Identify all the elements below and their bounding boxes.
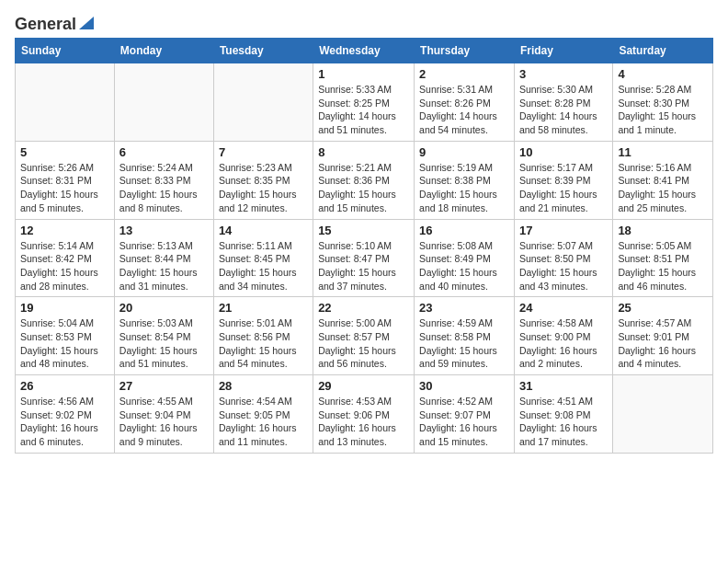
day-number: 19	[20, 301, 109, 315]
calendar-day-13: 13Sunrise: 5:13 AMSunset: 8:44 PMDayligh…	[114, 219, 213, 297]
calendar-empty-cell	[114, 63, 213, 142]
day-info: Sunrise: 4:55 AMSunset: 9:04 PMDaylight:…	[119, 395, 209, 449]
calendar-week-row: 5Sunrise: 5:26 AMSunset: 8:31 PMDaylight…	[16, 141, 713, 219]
day-info: Sunrise: 4:52 AMSunset: 9:07 PMDaylight:…	[419, 395, 509, 449]
day-number: 5	[20, 145, 109, 159]
calendar-day-11: 11Sunrise: 5:16 AMSunset: 8:41 PMDayligh…	[613, 141, 713, 219]
day-info: Sunrise: 4:54 AMSunset: 9:05 PMDaylight:…	[219, 395, 308, 449]
calendar-day-10: 10Sunrise: 5:17 AMSunset: 8:39 PMDayligh…	[514, 141, 612, 219]
day-info: Sunrise: 5:14 AMSunset: 8:42 PMDaylight:…	[20, 239, 109, 293]
day-number: 23	[419, 301, 509, 315]
day-number: 2	[419, 67, 509, 81]
calendar-day-4: 4Sunrise: 5:28 AMSunset: 8:30 PMDaylight…	[613, 63, 713, 142]
calendar-table: SundayMondayTuesdayWednesdayThursdayFrid…	[15, 38, 713, 454]
day-number: 3	[519, 67, 608, 81]
calendar-day-27: 27Sunrise: 4:55 AMSunset: 9:04 PMDayligh…	[114, 375, 213, 454]
calendar-day-18: 18Sunrise: 5:05 AMSunset: 8:51 PMDayligh…	[613, 219, 713, 297]
day-info: Sunrise: 5:19 AMSunset: 8:38 PMDaylight:…	[419, 161, 509, 215]
day-info: Sunrise: 5:11 AMSunset: 8:45 PMDaylight:…	[219, 239, 308, 293]
day-info: Sunrise: 5:28 AMSunset: 8:30 PMDaylight:…	[618, 83, 708, 137]
calendar-day-19: 19Sunrise: 5:04 AMSunset: 8:53 PMDayligh…	[16, 297, 115, 375]
day-number: 4	[618, 67, 708, 81]
weekday-header-row: SundayMondayTuesdayWednesdayThursdayFrid…	[16, 39, 713, 63]
logo: General	[15, 15, 95, 30]
calendar-day-28: 28Sunrise: 4:54 AMSunset: 9:05 PMDayligh…	[213, 375, 313, 454]
day-info: Sunrise: 4:51 AMSunset: 9:08 PMDaylight:…	[519, 395, 608, 449]
day-info: Sunrise: 5:04 AMSunset: 8:53 PMDaylight:…	[20, 316, 109, 371]
calendar-day-6: 6Sunrise: 5:24 AMSunset: 8:33 PMDaylight…	[114, 141, 213, 219]
weekday-header-thursday: Thursday	[415, 39, 515, 63]
calendar-day-25: 25Sunrise: 4:57 AMSunset: 9:01 PMDayligh…	[613, 297, 713, 375]
day-number: 31	[519, 379, 608, 393]
day-info: Sunrise: 4:58 AMSunset: 9:00 PMDaylight:…	[519, 316, 608, 371]
calendar-day-16: 16Sunrise: 5:08 AMSunset: 8:49 PMDayligh…	[415, 219, 515, 297]
calendar-empty-cell	[213, 63, 313, 142]
day-info: Sunrise: 5:16 AMSunset: 8:41 PMDaylight:…	[618, 161, 708, 215]
calendar-empty-cell	[613, 375, 713, 454]
day-info: Sunrise: 5:07 AMSunset: 8:50 PMDaylight:…	[519, 239, 608, 293]
day-info: Sunrise: 5:33 AMSunset: 8:25 PMDaylight:…	[318, 83, 409, 137]
calendar-day-24: 24Sunrise: 4:58 AMSunset: 9:00 PMDayligh…	[514, 297, 612, 375]
calendar-week-row: 26Sunrise: 4:56 AMSunset: 9:02 PMDayligh…	[16, 375, 713, 454]
day-number: 24	[519, 301, 608, 315]
day-number: 9	[419, 145, 509, 159]
calendar-day-7: 7Sunrise: 5:23 AMSunset: 8:35 PMDaylight…	[213, 141, 313, 219]
calendar-day-23: 23Sunrise: 4:59 AMSunset: 8:58 PMDayligh…	[415, 297, 515, 375]
day-info: Sunrise: 4:56 AMSunset: 9:02 PMDaylight:…	[20, 395, 109, 449]
day-number: 28	[219, 379, 308, 393]
day-info: Sunrise: 4:53 AMSunset: 9:06 PMDaylight:…	[318, 395, 409, 449]
calendar-day-1: 1Sunrise: 5:33 AMSunset: 8:25 PMDaylight…	[313, 63, 415, 142]
day-info: Sunrise: 5:10 AMSunset: 8:47 PMDaylight:…	[318, 239, 409, 293]
day-number: 13	[119, 224, 209, 237]
calendar-day-5: 5Sunrise: 5:26 AMSunset: 8:31 PMDaylight…	[16, 141, 115, 219]
day-number: 14	[219, 224, 308, 237]
logo-general: General	[15, 15, 76, 34]
weekday-header-sunday: Sunday	[16, 39, 115, 63]
day-info: Sunrise: 4:59 AMSunset: 8:58 PMDaylight:…	[419, 316, 509, 371]
day-info: Sunrise: 5:24 AMSunset: 8:33 PMDaylight:…	[119, 161, 209, 215]
day-number: 17	[519, 224, 608, 237]
day-info: Sunrise: 4:57 AMSunset: 9:01 PMDaylight:…	[618, 316, 708, 371]
day-number: 18	[618, 224, 708, 237]
calendar-week-row: 1Sunrise: 5:33 AMSunset: 8:25 PMDaylight…	[16, 63, 713, 142]
day-info: Sunrise: 5:13 AMSunset: 8:44 PMDaylight:…	[119, 239, 209, 293]
day-number: 27	[119, 379, 209, 393]
day-number: 22	[318, 301, 409, 315]
day-info: Sunrise: 5:31 AMSunset: 8:26 PMDaylight:…	[419, 83, 509, 137]
svg-marker-0	[79, 17, 94, 29]
day-number: 7	[219, 145, 308, 159]
day-info: Sunrise: 5:17 AMSunset: 8:39 PMDaylight:…	[519, 161, 608, 215]
calendar-day-31: 31Sunrise: 4:51 AMSunset: 9:08 PMDayligh…	[514, 375, 612, 454]
day-number: 8	[318, 145, 409, 159]
calendar-day-9: 9Sunrise: 5:19 AMSunset: 8:38 PMDaylight…	[415, 141, 515, 219]
day-info: Sunrise: 5:26 AMSunset: 8:31 PMDaylight:…	[20, 161, 109, 215]
calendar-day-17: 17Sunrise: 5:07 AMSunset: 8:50 PMDayligh…	[514, 219, 612, 297]
weekday-header-wednesday: Wednesday	[313, 39, 415, 63]
day-number: 25	[618, 301, 708, 315]
logo-triangle-icon	[79, 13, 94, 33]
day-info: Sunrise: 5:00 AMSunset: 8:57 PMDaylight:…	[318, 316, 409, 371]
calendar-day-14: 14Sunrise: 5:11 AMSunset: 8:45 PMDayligh…	[213, 219, 313, 297]
day-number: 30	[419, 379, 509, 393]
day-info: Sunrise: 5:03 AMSunset: 8:54 PMDaylight:…	[119, 316, 209, 371]
calendar-empty-cell	[16, 63, 115, 142]
day-info: Sunrise: 5:08 AMSunset: 8:49 PMDaylight:…	[419, 239, 509, 293]
weekday-header-saturday: Saturday	[613, 39, 713, 63]
day-number: 26	[20, 379, 109, 393]
calendar-day-22: 22Sunrise: 5:00 AMSunset: 8:57 PMDayligh…	[313, 297, 415, 375]
day-number: 12	[20, 224, 109, 237]
day-number: 6	[119, 145, 209, 159]
day-info: Sunrise: 5:30 AMSunset: 8:28 PMDaylight:…	[519, 83, 608, 137]
calendar-day-3: 3Sunrise: 5:30 AMSunset: 8:28 PMDaylight…	[514, 63, 612, 142]
calendar-day-12: 12Sunrise: 5:14 AMSunset: 8:42 PMDayligh…	[16, 219, 115, 297]
calendar-day-30: 30Sunrise: 4:52 AMSunset: 9:07 PMDayligh…	[415, 375, 515, 454]
calendar-day-8: 8Sunrise: 5:21 AMSunset: 8:36 PMDaylight…	[313, 141, 415, 219]
weekday-header-friday: Friday	[514, 39, 612, 63]
calendar-day-26: 26Sunrise: 4:56 AMSunset: 9:02 PMDayligh…	[16, 375, 115, 454]
day-info: Sunrise: 5:23 AMSunset: 8:35 PMDaylight:…	[219, 161, 308, 215]
calendar-week-row: 19Sunrise: 5:04 AMSunset: 8:53 PMDayligh…	[16, 297, 713, 375]
day-info: Sunrise: 5:01 AMSunset: 8:56 PMDaylight:…	[219, 316, 308, 371]
calendar-day-21: 21Sunrise: 5:01 AMSunset: 8:56 PMDayligh…	[213, 297, 313, 375]
day-number: 1	[318, 67, 409, 81]
header: General	[15, 15, 713, 30]
